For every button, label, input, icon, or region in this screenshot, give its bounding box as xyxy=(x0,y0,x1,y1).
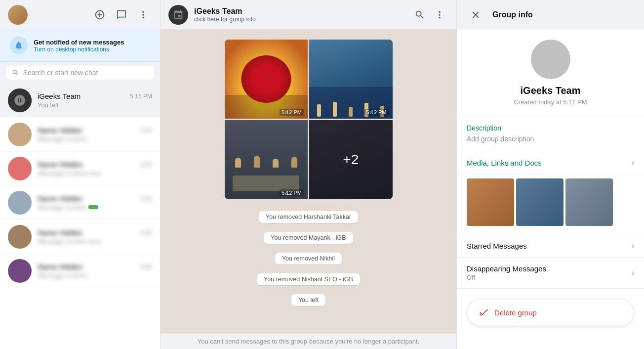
notification-title: Get notified of new messages xyxy=(34,39,124,46)
chat-header-avatar[interactable] xyxy=(168,5,188,25)
check-1: ✓✓ xyxy=(284,109,294,116)
search-icon xyxy=(12,69,19,77)
disappearing-messages-title: Disappearing Messages xyxy=(467,264,546,273)
system-msg-4: You removed Nishant SEO - iGB xyxy=(257,273,360,285)
chat-content-5: Name Hidden 0:00 Message content xyxy=(38,262,152,279)
chat-main-header: iGeeks Team click here for group info xyxy=(161,0,456,30)
chat-item-5[interactable]: Name Hidden 0:00 Message content xyxy=(0,254,160,288)
photo-extra-count: +2 xyxy=(343,152,359,168)
notification-subtitle: Turn on desktop notifications xyxy=(34,46,124,53)
notification-icon xyxy=(10,37,28,54)
starred-messages-chevron: › xyxy=(632,241,634,250)
system-msg-3: You removed Nikhil xyxy=(275,253,342,264)
chat-time-igeeks: 5:15 PM xyxy=(130,93,152,100)
chat-content-3: Name Hidden 0:00 Message content xyxy=(38,194,152,211)
chat-header-actions xyxy=(411,6,448,24)
chat-avatar-2 xyxy=(8,157,32,180)
search-input[interactable] xyxy=(23,69,148,77)
media-thumb-3[interactable] xyxy=(565,178,613,226)
chat-header-name: iGeeks Team xyxy=(194,7,405,16)
photo-cell-2: 5:12 PM ✓✓ xyxy=(309,40,393,119)
group-created: Created today at 5:11 PM xyxy=(467,98,634,106)
chat-item-4[interactable]: Name Hidden 0:00 Message content here xyxy=(0,220,160,254)
description-value[interactable]: Add group description xyxy=(467,135,634,143)
delete-group-icon xyxy=(478,306,488,319)
chat-body: 5:12 PM ✓✓ 5:12 PM ✓ xyxy=(161,30,456,333)
chat-time-5: 0:00 xyxy=(141,263,152,270)
chat-content-2: Name Hidden 0:00 Message content here xyxy=(38,160,152,177)
header-icon-group xyxy=(91,6,152,24)
notification-text: Get notified of new messages Turn on des… xyxy=(34,39,124,53)
more-options-icon[interactable] xyxy=(134,6,152,24)
chat-avatar-1 xyxy=(8,123,32,146)
media-links-chevron: › xyxy=(632,158,634,167)
media-thumbnails xyxy=(457,174,644,234)
chat-time-1: 0:00 xyxy=(141,127,152,134)
starred-messages-row[interactable]: Starred Messages › xyxy=(457,234,644,258)
chat-header-info[interactable]: iGeeks Team click here for group info xyxy=(194,7,405,23)
search-input-wrap xyxy=(6,66,154,80)
chat-msg-4: Message content here xyxy=(38,238,152,245)
chat-item-1[interactable]: Name Hidden 0:00 Message content xyxy=(0,118,160,152)
right-panel: Group info iGeeks Team Created today at … xyxy=(456,0,644,349)
chat-content-igeeks: iGeeks Team 5:15 PM You left xyxy=(38,92,152,109)
notification-bar[interactable]: Get notified of new messages Turn on des… xyxy=(0,30,160,62)
starred-messages-title: Starred Messages xyxy=(467,242,527,250)
close-panel-button[interactable] xyxy=(467,6,484,24)
media-thumb-2[interactable] xyxy=(516,178,564,226)
media-links-title: Media, Links and Docs xyxy=(467,159,542,167)
chat-time-3: 0:00 xyxy=(141,195,152,202)
chat-name-5: Name Hidden xyxy=(38,262,83,271)
description-title: Description xyxy=(467,124,634,132)
photo-message: 5:12 PM ✓✓ 5:12 PM ✓ xyxy=(225,40,393,201)
group-avatar-large xyxy=(531,40,570,79)
media-thumb-1[interactable] xyxy=(467,178,514,226)
description-section: Description Add group description xyxy=(457,116,644,151)
chat-avatar-4 xyxy=(8,225,32,249)
chat-last-msg-igeeks: You left xyxy=(38,101,152,109)
chat-avatar-5 xyxy=(8,259,32,283)
chat-msg-5: Message content xyxy=(38,272,152,279)
chat-time-4: 0:00 xyxy=(141,229,152,236)
chat-msg-3: Message content xyxy=(38,204,86,211)
chat-content-4: Name Hidden 0:00 Message content here xyxy=(38,228,152,245)
system-msg-5: You left xyxy=(291,294,325,306)
main-chat: iGeeks Team click here for group info xyxy=(161,0,456,349)
chat-content-1: Name Hidden 0:00 Message content xyxy=(38,126,152,143)
chat-list: iGeeks Team 5:15 PM You left Name Hidden… xyxy=(0,84,160,349)
chat-name-2: Name Hidden xyxy=(38,160,83,169)
delete-group-button[interactable]: Delete group xyxy=(467,299,634,327)
system-msg-1: You removed Harshanki Takkar xyxy=(259,211,358,223)
search-chat-icon[interactable] xyxy=(411,6,429,24)
chat-time-2: 0:00 xyxy=(141,161,152,168)
chat-footer: You can't send messages to this group be… xyxy=(161,333,456,349)
chat-msg-2: Message content here xyxy=(38,170,152,177)
sidebar: Get notified of new messages Turn on des… xyxy=(0,0,161,349)
chat-item-3[interactable]: Name Hidden 0:00 Message content xyxy=(0,186,160,220)
delete-group-label: Delete group xyxy=(494,308,537,317)
group-info-section: iGeeks Team Created today at 5:11 PM xyxy=(457,30,644,116)
chat-msg-1: Message content xyxy=(38,135,152,143)
my-avatar[interactable] xyxy=(8,5,28,25)
more-chat-options-icon[interactable] xyxy=(431,6,448,24)
chat-name-1: Name Hidden xyxy=(38,126,83,134)
unread-badge-3 xyxy=(88,205,98,209)
disappearing-messages-chevron: › xyxy=(632,268,634,277)
chat-item-2[interactable]: Name Hidden 0:00 Message content here xyxy=(0,152,160,186)
chat-name-4: Name Hidden xyxy=(38,228,83,237)
chat-icon[interactable] xyxy=(113,6,130,24)
chat-name-3: Name Hidden xyxy=(38,194,83,203)
chat-item-igeeks[interactable]: iGeeks Team 5:15 PM You left xyxy=(0,84,160,118)
disappearing-messages-value: Off xyxy=(467,274,546,281)
chat-avatar-3 xyxy=(8,191,32,215)
photo-cell-3: 5:12 PM ✓✓ xyxy=(225,120,308,199)
group-name: iGeeks Team xyxy=(467,85,634,96)
new-group-icon[interactable] xyxy=(91,6,109,24)
media-links-row[interactable]: Media, Links and Docs › xyxy=(457,151,644,174)
sidebar-header xyxy=(0,0,160,30)
chat-avatar-igeeks xyxy=(8,88,32,112)
chat-header-subtitle[interactable]: click here for group info xyxy=(194,16,405,23)
disappearing-messages-row[interactable]: Disappearing Messages Off › xyxy=(457,258,644,289)
search-bar xyxy=(0,62,160,84)
right-panel-title: Group info xyxy=(492,10,533,19)
